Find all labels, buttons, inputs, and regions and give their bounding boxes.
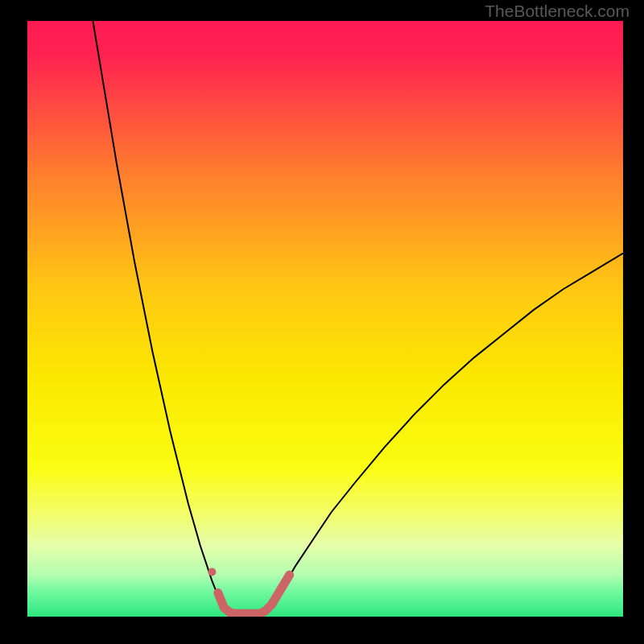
marker-left-dot <box>208 568 216 576</box>
gradient-background <box>27 21 623 617</box>
chart-svg <box>27 21 623 617</box>
marker-group <box>208 568 216 576</box>
watermark-text: TheBottleneck.com <box>485 2 630 21</box>
chart-container: TheBottleneck.com <box>0 0 644 644</box>
